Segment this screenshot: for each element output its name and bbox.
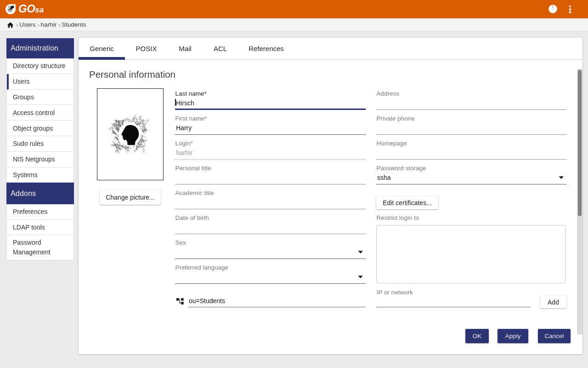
field-value-login[interactable]: harhir [176,149,192,156]
breadcrumb-separator: › [35,21,40,29]
base-dn-value[interactable]: ou=Students [189,297,225,305]
field-label-last-name: Last name* [175,90,207,97]
sidebar-item-ldap-tools[interactable]: LDAP tools [7,220,74,236]
breadcrumb-item-harhir[interactable]: harhir [41,21,57,28]
field-label-private-phone: Private phone [377,115,415,122]
field-private-phone: Private phone [376,116,566,135]
edit-certificates-button[interactable]: Edit certificates... [376,196,438,209]
base-dn-row: ou=Students [175,293,366,307]
ok-button[interactable]: OK [465,329,489,343]
sidebar-item-systems[interactable]: Systems [7,167,74,183]
generic-tab-content: Personal information Change picture... L… [79,38,582,354]
field-label-homepage: Homepage [377,140,407,147]
sidebar-item-object-groups[interactable]: Object groups [7,121,74,136]
field-label-academic-title: Academic title [175,190,214,196]
sidebar-item-password-management[interactable]: Password Management [7,235,74,260]
sidebar-section-administration: Administration [6,38,74,58]
breadcrumb-separator: › [14,21,19,29]
session-clock-icon[interactable] [548,5,557,15]
sidebar-item-groups[interactable]: Groups [7,90,74,105]
ldap-tree-icon[interactable] [176,298,184,305]
field-first-name: First name*Harry [175,116,366,135]
field-label-sex: Sex [175,239,186,246]
text-caret [175,99,176,106]
dropdown-arrow-icon[interactable] [358,276,363,278]
scrollbar-track[interactable] [577,69,582,334]
field-label-date-of-birth: Date of birth [175,214,209,221]
field-label-preferred-language: Preferred language [175,264,229,271]
field-personal-title: Personal title [175,166,366,184]
sidebar-item-preferences[interactable]: Preferences [7,204,74,220]
field-label-first-name: First name* [175,115,207,122]
field-value-first-name[interactable]: Harry [176,124,192,132]
breadcrumb-item-users[interactable]: Users [19,21,35,28]
field-academic-title: Academic title [175,190,366,209]
gosa-logo-icon[interactable] [6,4,16,16]
sidebar-item-access-control[interactable]: Access control [7,105,74,121]
field-password-storage: Password storagessha [376,166,566,184]
home-icon[interactable] [6,21,14,29]
sidebar-item-nis-netgroups[interactable]: NIS Netgroups [7,152,74,167]
page-title: Personal information [89,69,175,80]
breadcrumb-separator: › [57,21,62,29]
field-login: Login*harhir [175,141,366,160]
field-label-password-storage: Password storage [377,165,426,172]
top-navbar: GOsa [0,0,588,18]
field-last-name: Last name*Hirsch [175,91,366,110]
head-silhouette-icon [97,89,164,179]
field-date-of-birth: Date of birth [175,215,366,234]
gosa-logo-text[interactable]: GOsa [18,2,44,15]
dropdown-arrow-icon[interactable] [559,176,564,179]
sidebar: Administration Directory structure Users… [6,38,74,260]
scrollbar-thumb[interactable] [578,70,582,216]
field-label-address: Address [377,90,400,97]
main-panel: Generic POSIX Mail ACL References Person… [79,38,582,354]
breadcrumb: › Users › harhir › Students [0,18,588,31]
apply-button[interactable]: Apply [498,329,528,343]
breadcrumb-item-students[interactable]: Students [62,21,86,28]
restrict-login-label: Restrict login to [377,214,419,221]
cancel-button[interactable]: Cancel [538,329,571,343]
sidebar-section-addons: Addons [6,183,74,204]
field-homepage: Homepage [376,141,566,160]
field-value-password-storage[interactable]: ssha [377,174,391,181]
field-label-login: Login* [175,140,193,147]
add-button[interactable]: Add [540,296,566,308]
user-photo-placeholder [97,88,164,180]
field-label-personal-title: Personal title [175,165,211,172]
base-dn-underline [188,307,365,307]
field-value-last-name[interactable]: Hirsch [176,99,194,107]
field-address: Address [376,91,566,110]
change-picture-button[interactable]: Change picture... [100,190,161,205]
sidebar-item-users[interactable]: Users [7,74,74,90]
ip-network-input[interactable] [376,293,531,307]
dropdown-arrow-icon[interactable] [358,251,363,253]
field-preferred-language: Preferred language [175,265,366,284]
kebab-menu-icon[interactable] [569,6,571,14]
field-sex: Sex [175,240,366,259]
sidebar-item-sudo-rules[interactable]: Sudo rules [7,136,74,152]
restrict-login-textarea[interactable] [376,225,566,283]
sidebar-item-directory-structure[interactable]: Directory structure [7,58,74,74]
